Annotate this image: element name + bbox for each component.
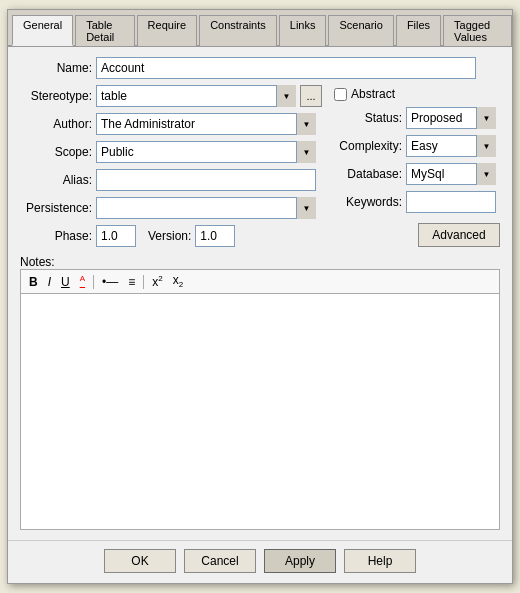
database-label: Database:: [330, 167, 402, 181]
tab-tagged-values[interactable]: Tagged Values: [443, 15, 512, 46]
status-select[interactable]: Proposed Approved Implemented: [406, 107, 496, 129]
status-label: Status:: [330, 111, 402, 125]
tab-table-detail[interactable]: Table Detail: [75, 15, 134, 46]
numbered-list-button[interactable]: ≡: [124, 274, 139, 290]
name-row: Name:: [20, 57, 500, 79]
complexity-row: Complexity: Easy Medium Hard ▼: [330, 135, 500, 157]
stereotype-row: Stereotype: table boundary control entit…: [20, 85, 322, 107]
right-column: Abstract Status: Proposed Approved Imple…: [330, 85, 500, 247]
color-button[interactable]: A: [76, 273, 89, 290]
persistence-label: Persistence:: [20, 201, 92, 215]
notes-label: Notes:: [20, 255, 500, 269]
name-label: Name:: [20, 61, 92, 75]
abstract-label[interactable]: Abstract: [334, 87, 395, 101]
apply-button[interactable]: Apply: [264, 549, 336, 573]
toolbar-separator-1: [93, 275, 94, 289]
persistence-row: Persistence: Persistent Transient Static…: [20, 197, 322, 219]
subscript-button[interactable]: x2: [169, 272, 187, 291]
name-input[interactable]: [96, 57, 476, 79]
tab-constraints[interactable]: Constraints: [199, 15, 277, 46]
stereotype-select-wrapper: table boundary control entity ▼: [96, 85, 296, 107]
complexity-label: Complexity:: [330, 139, 402, 153]
author-label: Author:: [20, 117, 92, 131]
tab-general[interactable]: General: [12, 15, 73, 46]
database-select[interactable]: MySql Oracle SQL Server: [406, 163, 496, 185]
bullet-list-button[interactable]: •―: [98, 274, 122, 290]
content-area: Name: Stereotype: table boundary control: [8, 47, 512, 540]
notes-toolbar: B I U A •― ≡ x2 x2: [20, 269, 500, 293]
stereotype-select[interactable]: table boundary control entity: [96, 85, 296, 107]
scope-label: Scope:: [20, 145, 92, 159]
dialog: General Table Detail Require Constraints…: [7, 9, 513, 584]
underline-button[interactable]: U: [57, 274, 74, 290]
tab-links[interactable]: Links: [279, 15, 327, 46]
alias-input[interactable]: [96, 169, 316, 191]
keywords-label: Keywords:: [330, 195, 402, 209]
notes-editor[interactable]: [20, 293, 500, 530]
status-row: Status: Proposed Approved Implemented ▼: [330, 107, 500, 129]
status-select-wrapper: Proposed Approved Implemented ▼: [406, 107, 496, 129]
bold-button[interactable]: B: [25, 274, 42, 290]
database-row: Database: MySql Oracle SQL Server ▼: [330, 163, 500, 185]
abstract-checkbox[interactable]: [334, 88, 347, 101]
form-columns: Stereotype: table boundary control entit…: [20, 85, 500, 247]
button-bar: OK Cancel Apply Help: [8, 540, 512, 583]
phase-input[interactable]: [96, 225, 136, 247]
author-select[interactable]: The Administrator: [96, 113, 316, 135]
abstract-row: Abstract: [330, 85, 500, 101]
cancel-button[interactable]: Cancel: [184, 549, 256, 573]
tab-files[interactable]: Files: [396, 15, 441, 46]
stereotype-browse-button[interactable]: ...: [300, 85, 322, 107]
tab-require[interactable]: Require: [137, 15, 198, 46]
left-column: Stereotype: table boundary control entit…: [20, 85, 322, 247]
author-select-wrapper: The Administrator ▼: [96, 113, 316, 135]
superscript-button[interactable]: x2: [148, 273, 166, 290]
stereotype-label: Stereotype:: [20, 89, 92, 103]
advanced-row: Advanced: [330, 223, 500, 247]
author-row: Author: The Administrator ▼: [20, 113, 322, 135]
phase-version-row: Phase: Version:: [20, 225, 322, 247]
scope-select[interactable]: Public Private Protected Package: [96, 141, 316, 163]
complexity-select-wrapper: Easy Medium Hard ▼: [406, 135, 496, 157]
alias-label: Alias:: [20, 173, 92, 187]
italic-button[interactable]: I: [44, 274, 55, 290]
scope-select-wrapper: Public Private Protected Package ▼: [96, 141, 316, 163]
keywords-input[interactable]: [406, 191, 496, 213]
advanced-button[interactable]: Advanced: [418, 223, 500, 247]
database-select-wrapper: MySql Oracle SQL Server ▼: [406, 163, 496, 185]
phase-label: Phase:: [20, 229, 92, 243]
ok-button[interactable]: OK: [104, 549, 176, 573]
persistence-select[interactable]: Persistent Transient Static: [96, 197, 316, 219]
keywords-row: Keywords:: [330, 191, 500, 213]
help-button[interactable]: Help: [344, 549, 416, 573]
persistence-select-wrapper: Persistent Transient Static ▼: [96, 197, 316, 219]
scope-row: Scope: Public Private Protected Package …: [20, 141, 322, 163]
alias-row: Alias:: [20, 169, 322, 191]
version-label: Version:: [148, 229, 191, 243]
tab-scenario[interactable]: Scenario: [328, 15, 393, 46]
version-input[interactable]: [195, 225, 235, 247]
complexity-select[interactable]: Easy Medium Hard: [406, 135, 496, 157]
notes-container: Notes: B I U A •― ≡ x2 x2: [20, 253, 500, 530]
tab-bar: General Table Detail Require Constraints…: [8, 10, 512, 47]
toolbar-separator-2: [143, 275, 144, 289]
